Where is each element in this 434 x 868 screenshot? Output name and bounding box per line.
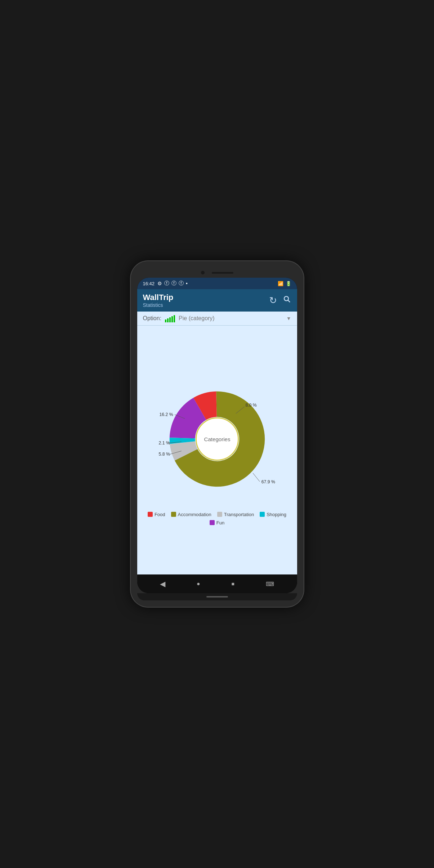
legend-color-shopping (260, 512, 265, 517)
back-button[interactable]: ↺ (269, 295, 277, 306)
legend-label-fun: Fun (216, 520, 224, 525)
battery-icon: 🔋 (286, 281, 291, 286)
fb-icon-2: ⓕ (171, 280, 176, 287)
bar5 (174, 315, 175, 322)
pie-chart-container: Categories 8.0 % 67.9 % 16.2 % 2.1 % (156, 371, 278, 507)
svg-point-0 (284, 296, 288, 301)
option-bar: Option: Pie (category) ▼ (137, 312, 297, 326)
legend-color-food (148, 512, 153, 517)
svg-line-1 (288, 300, 290, 303)
bottom-nav: ◀ ● ■ ⌨ (137, 574, 297, 593)
status-bar: 16:42 ⚙ ⓕ ⓕ ⓕ • 📶 🔋 (137, 278, 297, 289)
search-button[interactable] (283, 295, 291, 306)
bar1 (165, 319, 166, 322)
app-title-block: WallTrip Statistics (143, 293, 174, 308)
fb-icon-1: ⓕ (164, 280, 169, 287)
legend-color-accommodation (171, 512, 176, 517)
status-left: 16:42 ⚙ ⓕ ⓕ ⓕ • (143, 280, 188, 287)
status-icons: ⚙ ⓕ ⓕ ⓕ • (157, 280, 188, 287)
legend-item-transportation: Transportation (217, 512, 254, 517)
settings-icon: ⚙ (157, 281, 162, 286)
status-right: 📶 🔋 (278, 281, 291, 286)
legend-label-accommodation: Accommodation (178, 512, 211, 517)
label-shopping: 2.1 % (158, 440, 170, 446)
speaker-grille (212, 272, 233, 274)
phone-screen: 16:42 ⚙ ⓕ ⓕ ⓕ • 📶 🔋 WallTrip Statistics (137, 278, 297, 593)
chart-bar-icon (165, 314, 175, 322)
legend-label-food: Food (155, 512, 165, 517)
label-fun: 16.2 % (159, 412, 173, 417)
label-transportation: 5.8 % (158, 452, 170, 457)
label-accommodation: 67.9 % (261, 479, 275, 484)
camera-dot (201, 271, 205, 274)
phone-bottom-bar (137, 593, 297, 600)
app-bar: WallTrip Statistics ↺ (137, 289, 297, 312)
app-bar-actions: ↺ (269, 295, 291, 306)
legend-color-fun (210, 520, 215, 525)
home-indicator (206, 596, 228, 598)
app-title: WallTrip (143, 293, 174, 302)
keyboard-nav-button[interactable]: ⌨ (266, 581, 274, 587)
legend-label-transportation: Transportation (224, 512, 254, 517)
legend-item-shopping: Shopping (260, 512, 286, 517)
option-label: Option: (143, 315, 162, 322)
legend-color-transportation (217, 512, 222, 517)
status-time: 16:42 (143, 281, 155, 286)
bar2 (167, 318, 169, 322)
center-label-text: Categories (204, 436, 231, 442)
app-subtitle: Statistics (143, 302, 174, 308)
legend-item-accommodation: Accommodation (171, 512, 211, 517)
signal-icon: 📶 (278, 281, 283, 286)
bar4 (171, 316, 173, 322)
phone-frame: 16:42 ⚙ ⓕ ⓕ ⓕ • 📶 🔋 WallTrip Statistics (131, 261, 304, 607)
legend-item-fun: Fun (210, 520, 224, 525)
pie-chart-svg: Categories 8.0 % 67.9 % 16.2 % 2.1 % (156, 371, 278, 507)
dropdown-arrow-icon: ▼ (286, 316, 291, 321)
recents-nav-button[interactable]: ■ (232, 581, 234, 587)
chart-area: Categories 8.0 % 67.9 % 16.2 % 2.1 % (137, 326, 297, 574)
chart-legend: Food Accommodation Transportation Shoppi… (141, 507, 294, 530)
label-food: 8.0 % (245, 403, 256, 408)
home-nav-button[interactable]: ● (197, 581, 200, 587)
label-line-accommodation (253, 473, 260, 482)
back-nav-button[interactable]: ◀ (160, 580, 165, 588)
camera-area (137, 268, 297, 278)
option-select[interactable]: Pie (category) ▼ (179, 315, 291, 322)
bar3 (169, 317, 171, 322)
option-text: Pie (category) (179, 315, 215, 322)
dot-indicator: • (186, 281, 188, 286)
fb-icon-3: ⓕ (179, 280, 184, 287)
legend-item-food: Food (148, 512, 165, 517)
legend-label-shopping: Shopping (267, 512, 286, 517)
